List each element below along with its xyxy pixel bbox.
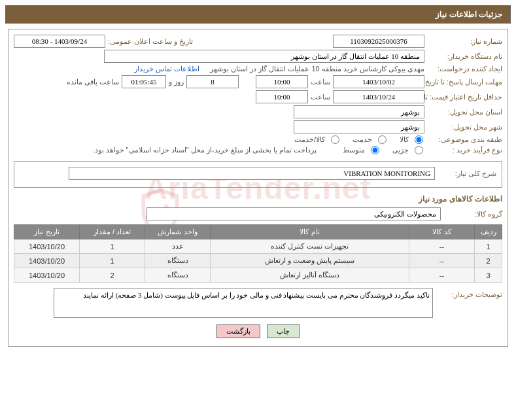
table-cell-qty: 1: [80, 239, 145, 254]
need-desc-input[interactable]: [69, 167, 435, 180]
table-cell-code: --: [409, 254, 475, 268]
table-cell-unit: دستگاه: [145, 254, 211, 268]
goods-table: ردیف کد کالا نام کالا واحد شمارش تعداد /…: [14, 224, 502, 283]
need-no-input[interactable]: [333, 35, 424, 48]
table-cell-code: --: [409, 239, 475, 254]
days-suffix: روز و: [169, 78, 184, 86]
city-label: شهر محل تحویل:: [427, 123, 502, 131]
table-row: 2--سیستم پایش وضعیت و ارتعاشدستگاه11403/…: [14, 254, 502, 268]
table-row: 1--تجهیزات تست کنترل کنندهعدد11403/10/20: [14, 239, 502, 254]
cat-goods-label: کالا: [400, 135, 409, 144]
time-label-2: ساعت: [311, 93, 330, 101]
validity-time-input[interactable]: [256, 90, 308, 103]
table-cell-unit: عدد: [145, 239, 211, 254]
table-cell-qty: 2: [80, 268, 145, 283]
th-unit: واحد شمارش: [145, 225, 211, 239]
need-desc-label: شرح کلی نیاز:: [438, 169, 496, 178]
group-input[interactable]: [146, 207, 441, 220]
remaining-label: ساعت باقی مانده: [67, 78, 119, 86]
announce-label: تاریخ و ساعت اعلان عمومی:: [108, 37, 193, 46]
validity-label: حداقل تاریخ اعتبار قیمت: تا تاریخ:: [427, 93, 502, 101]
goods-section-title: اطلاعات کالاهای مورد نیاز: [14, 194, 502, 203]
pt-small-radio[interactable]: [415, 146, 423, 154]
table-row: 3--دستگاه آنالیز ارتعاشدستگاه21403/10/20: [14, 268, 502, 283]
purchase-type-label: نوع فرآیند خرید :: [427, 146, 502, 154]
cat-both-label: کالا/خدمت: [294, 135, 325, 144]
pt-medium-label: متوسط: [343, 146, 365, 154]
remaining-time-input[interactable]: [122, 75, 166, 88]
cat-both-radio[interactable]: [331, 135, 339, 144]
th-code: کد کالا: [409, 225, 475, 239]
days-input[interactable]: [186, 75, 239, 88]
need-desc-fieldset: شرح کلی نیاز:: [14, 161, 502, 188]
page-title: جزئیات اطلاعات نیاز: [436, 10, 502, 19]
th-date: تاریخ نیاز: [14, 225, 80, 239]
table-cell-name: دستگاه آنالیز ارتعاش: [211, 268, 409, 283]
table-cell-code: --: [409, 268, 475, 283]
deadline-time-input[interactable]: [256, 75, 308, 88]
table-cell-row: 2: [475, 254, 502, 268]
table-cell-name: تجهیزات تست کنترل کننده: [211, 239, 409, 254]
requester-value: مهدی بیوکی کارشناس خرید منطقه 10 عملیات …: [210, 65, 424, 73]
table-cell-date: 1403/10/20: [14, 254, 80, 268]
deadline-label: مهلت ارسال پاسخ: تا تاریخ:: [427, 78, 502, 86]
table-cell-row: 3: [475, 268, 502, 283]
deadline-date-input[interactable]: [333, 75, 424, 88]
main-form: شماره نیاز: تاریخ و ساعت اعلان عمومی: نا…: [8, 29, 508, 347]
buyer-label: نام دستگاه خریدار:: [427, 52, 502, 61]
buyer-notes-textarea[interactable]: [54, 288, 433, 318]
buyer-input[interactable]: [104, 50, 424, 63]
category-label: طبقه بندی موضوعی:: [427, 135, 502, 144]
cat-goods-radio[interactable]: [415, 135, 423, 144]
th-name: نام کالا: [211, 225, 409, 239]
province-input[interactable]: [294, 105, 424, 118]
page-title-bar: جزئیات اطلاعات نیاز: [5, 5, 511, 24]
table-cell-date: 1403/10/20: [14, 239, 80, 254]
print-button[interactable]: چاپ: [267, 324, 300, 338]
contact-link[interactable]: اطلاعات تماس خریدار: [134, 65, 199, 73]
table-cell-name: سیستم پایش وضعیت و ارتعاش: [211, 254, 409, 268]
announce-input[interactable]: [14, 35, 105, 48]
group-label: گروه کالا:: [443, 210, 502, 219]
pt-small-label: جزیی: [392, 146, 409, 154]
th-qty: تعداد / مقدار: [80, 225, 145, 239]
need-no-label: شماره نیاز:: [427, 37, 502, 46]
table-cell-row: 1: [475, 239, 502, 254]
province-label: استان محل تحویل:: [427, 108, 502, 116]
validity-date-input[interactable]: [333, 90, 424, 103]
table-cell-qty: 1: [80, 254, 145, 268]
city-input[interactable]: [294, 120, 424, 133]
cat-service-label: خدمت: [353, 135, 372, 144]
purchase-note: پرداخت تمام یا بخشی از مبلغ خرید،از محل …: [92, 146, 317, 154]
th-row: ردیف: [475, 225, 502, 239]
table-cell-unit: دستگاه: [145, 268, 211, 283]
table-cell-date: 1403/10/20: [14, 268, 80, 283]
buyer-notes-label: توضیحات خریدار:: [437, 288, 502, 299]
requester-label: ایجاد کننده درخواست:: [427, 65, 502, 73]
pt-medium-radio[interactable]: [371, 146, 379, 154]
time-label-1: ساعت: [311, 78, 330, 86]
back-button[interactable]: بازگشت: [216, 324, 260, 338]
cat-service-radio[interactable]: [378, 135, 387, 144]
